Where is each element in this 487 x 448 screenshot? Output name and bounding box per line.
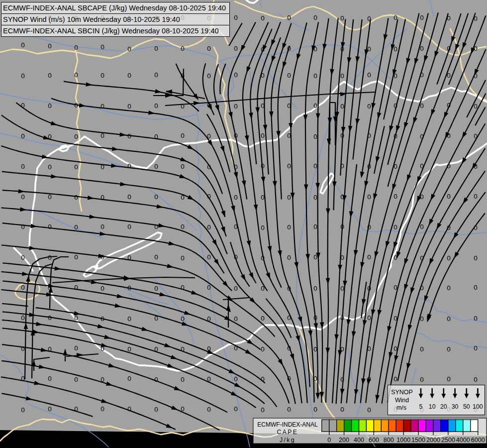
svg-text:0: 0 — [207, 102, 211, 109]
svg-text:0: 0 — [100, 285, 104, 292]
svg-text:0: 0 — [287, 102, 291, 110]
svg-text:0: 0 — [100, 163, 104, 171]
svg-text:0: 0 — [340, 223, 344, 230]
svg-text:0: 0 — [287, 406, 291, 413]
svg-text:0: 0 — [420, 254, 424, 262]
svg-text:0: 0 — [287, 132, 291, 139]
svg-text:0: 0 — [74, 133, 78, 140]
svg-text:0: 0 — [340, 72, 344, 80]
svg-text:0: 0 — [420, 133, 424, 140]
svg-text:0: 0 — [207, 375, 211, 383]
svg-text:0: 0 — [420, 376, 424, 383]
svg-text:0: 0 — [420, 162, 424, 170]
svg-text:0: 0 — [154, 285, 158, 292]
svg-text:0: 0 — [127, 162, 131, 170]
svg-text:0: 0 — [340, 103, 344, 110]
svg-text:0: 0 — [393, 72, 397, 80]
svg-text:0: 0 — [287, 194, 291, 201]
svg-text:0: 0 — [207, 45, 211, 52]
svg-text:0: 0 — [234, 71, 238, 79]
svg-text:0: 0 — [393, 45, 397, 53]
svg-text:0: 0 — [207, 284, 211, 291]
svg-text:0: 0 — [313, 72, 317, 80]
svg-text:0: 0 — [447, 375, 451, 383]
svg-text:0: 0 — [127, 315, 131, 323]
svg-text:0: 0 — [261, 46, 265, 53]
svg-text:0: 0 — [474, 72, 478, 80]
svg-text:0: 0 — [181, 405, 185, 413]
svg-text:0: 0 — [313, 345, 317, 353]
svg-text:0: 0 — [234, 344, 238, 352]
svg-text:0: 0 — [154, 315, 158, 322]
svg-text:0: 0 — [74, 163, 78, 171]
svg-text:0: 0 — [447, 14, 451, 22]
svg-text:0: 0 — [420, 193, 424, 201]
svg-text:0: 0 — [340, 285, 344, 292]
svg-text:0: 0 — [261, 254, 265, 262]
svg-text:0: 0 — [181, 132, 185, 139]
svg-text:0: 0 — [313, 194, 317, 201]
svg-text:0: 0 — [154, 71, 158, 79]
svg-text:CAPE: CAPE — [277, 429, 298, 436]
svg-text:0: 0 — [181, 72, 185, 80]
svg-text:0: 0 — [100, 103, 104, 110]
svg-text:ECMWF-INDEX-ANAL: ECMWF-INDEX-ANAL — [257, 421, 318, 428]
svg-text:0: 0 — [367, 132, 371, 139]
svg-text:0: 0 — [474, 376, 478, 383]
svg-text:0: 0 — [127, 375, 131, 382]
svg-text:50: 50 — [463, 403, 470, 410]
svg-text:0: 0 — [474, 163, 478, 170]
svg-text:2500: 2500 — [441, 437, 455, 444]
svg-text:0: 0 — [181, 45, 185, 52]
svg-text:0: 0 — [207, 163, 211, 171]
svg-text:2000: 2000 — [426, 437, 440, 444]
svg-text:0: 0 — [100, 132, 104, 139]
svg-text:0: 0 — [127, 254, 131, 261]
svg-text:0: 0 — [447, 224, 451, 231]
svg-text:0: 0 — [181, 315, 185, 323]
svg-text:0: 0 — [234, 223, 238, 230]
svg-text:0: 0 — [181, 223, 185, 230]
svg-text:0: 0 — [74, 224, 78, 231]
svg-text:0: 0 — [207, 253, 211, 261]
svg-text:0: 0 — [21, 193, 25, 201]
svg-text:0: 0 — [154, 133, 158, 140]
svg-text:0: 0 — [154, 163, 158, 170]
svg-text:0: 0 — [74, 344, 78, 352]
svg-text:0: 0 — [393, 375, 397, 383]
svg-text:0: 0 — [261, 162, 265, 170]
svg-text:0: 0 — [234, 253, 238, 261]
svg-text:J/kg: J/kg — [280, 437, 295, 444]
svg-text:0: 0 — [313, 133, 317, 140]
svg-text:0: 0 — [474, 254, 478, 262]
svg-text:0: 0 — [21, 223, 25, 230]
svg-text:0: 0 — [21, 132, 25, 140]
svg-text:0: 0 — [100, 72, 104, 79]
svg-text:0: 0 — [447, 345, 451, 353]
svg-text:200: 200 — [339, 437, 349, 444]
svg-text:0: 0 — [74, 314, 78, 322]
svg-text:0: 0 — [287, 45, 291, 52]
svg-text:0: 0 — [447, 162, 451, 170]
svg-text:0: 0 — [367, 15, 371, 22]
svg-text:0: 0 — [261, 14, 265, 22]
svg-text:0: 0 — [181, 284, 185, 291]
svg-text:0: 0 — [393, 102, 397, 110]
svg-text:0: 0 — [234, 315, 238, 323]
svg-text:0: 0 — [287, 375, 291, 382]
svg-text:0: 0 — [21, 41, 25, 49]
svg-text:0: 0 — [207, 132, 211, 140]
svg-text:SYNOP Wind (m/s) 10m Wednesday: SYNOP Wind (m/s) 10m Wednesday 08-10-202… — [3, 15, 180, 23]
svg-text:0: 0 — [447, 315, 451, 323]
svg-text:0: 0 — [261, 102, 265, 110]
svg-text:0: 0 — [287, 285, 291, 292]
svg-text:SYNOP: SYNOP — [391, 389, 412, 396]
svg-text:0: 0 — [393, 254, 397, 261]
svg-text:0: 0 — [287, 14, 291, 21]
svg-text:0: 0 — [100, 253, 104, 261]
svg-text:0: 0 — [393, 193, 397, 200]
svg-text:0: 0 — [261, 315, 265, 322]
svg-text:0: 0 — [420, 223, 424, 230]
svg-text:0: 0 — [127, 345, 131, 353]
svg-text:0: 0 — [474, 344, 478, 352]
